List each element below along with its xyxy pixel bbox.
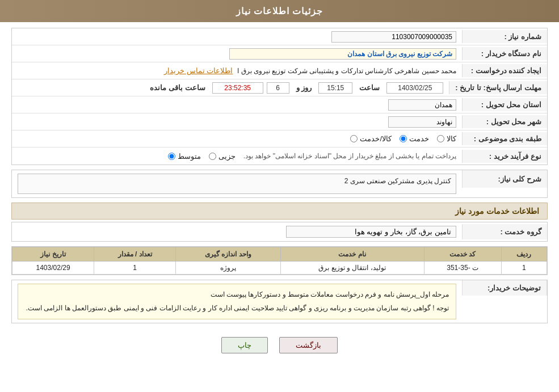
khadamat-table: ردیف کد خدمت نام خدمت واحد اندازه گیری ت… [12,247,547,275]
print-button[interactable]: چاپ [221,337,268,353]
col-radif: ردیف [501,247,547,262]
page-title: جزئیات اطلاعات نیاز [236,6,323,16]
tabaqe-row: طبقه بندی موضوعی : کالا خدمت کالا/خدمت [12,130,547,147]
table-header-row: ردیف کد خدمت نام خدمت واحد اندازه گیری ت… [12,247,547,262]
back-button[interactable]: بازگشت [279,337,338,353]
tawzih-text: مرحله اول_پرسش نامه و فرم درخواست معاملا… [18,284,456,319]
tabaqe-khadamat-item: خدمت [400,134,429,143]
ostan-value [12,97,462,113]
cell-tedad: 1 [94,262,176,275]
dastgah-row: نام دستگاه خریدار : [12,45,547,62]
tabaqe-kala-label: کالا [447,134,456,143]
ijad-konande-row: ایجاد کننده درخواست : اطلاعات تماس خریدا… [12,62,547,79]
col-vahed: واحد اندازه گیری [176,247,280,262]
sharh-koli-section: شرح کلی نیاز: کنترل پذیری مشترکین صنعتی … [11,170,548,198]
cell-vahed: پروژه [176,262,280,275]
col-tarikh: تاریخ نیاز [12,247,94,262]
cell-kod: ت -35-351 [424,262,501,275]
farayand-row: نوع فرآیند خرید : جزیی متوسط [12,147,547,165]
mande-label: ساعت باقی مانده [146,83,208,92]
rooz-label: روز و [293,83,316,92]
gorooh-label: گروه خدمت : [462,224,547,239]
col-tedad: تعداد / مقدار [94,247,176,262]
cell-tarikh: 1403/02/29 [12,262,94,275]
tarikh-rooz: 6 [267,82,289,94]
ijad-konande-label: ایجاد کننده درخواست : [462,64,547,77]
sharh-koli-label: شرح کلی نیاز: [462,170,547,188]
farayand-motovaset-label: متوسط [178,152,201,161]
tawzih-line2: توجه ! گواهی رتبه سازمان مدیریت و برنامه… [25,302,449,314]
farayand-jozi-radio[interactable] [209,153,216,160]
tabaqe-kala-item: کالا [437,134,456,143]
tawzih-label: توضیحات خریدار: [462,280,547,296]
cell-radif: 1 [501,262,547,275]
khadamat-table-section: ردیف کد خدمت نام خدمت واحد اندازه گیری ت… [11,246,548,275]
ijad-konande-link[interactable]: اطلاعات تماس خریدار [164,66,233,75]
farayand-motovaset-item: متوسط [168,152,201,161]
sharh-koli-text: کنترل پذیری مشترکین صنعتی سری 2 [18,174,456,194]
dastgah-label: نام دستگاه خریدار : [462,47,547,60]
tarikh-saat: 15:15 [318,82,352,94]
ostan-row: استان محل تحویل : [12,96,547,113]
cell-name: تولید، انتقال و توزیع برق [280,262,424,275]
tabaqe-label: طبقه بندی موضوعی : [462,132,547,145]
ostan-input[interactable] [388,99,456,111]
shomara-niaz-input[interactable] [331,31,456,43]
shahr-input[interactable] [388,116,456,128]
dastgah-input[interactable] [229,48,456,60]
mohlet-value: 1403/02/25 ساعت 15:15 روز و 6 23:52:35 س… [12,80,449,96]
shahr-row: شهر محل تحویل : [12,113,547,130]
tawzih-value: مرحله اول_پرسش نامه و فرم درخواست معاملا… [12,280,462,323]
shomara-niaz-row: شماره نیاز : [12,28,547,45]
ijad-konande-text: محمد حسین شاهرخی کارشناس تدارکات و پشتیب… [237,67,456,75]
tawzih-line1: مرحله اول_پرسش نامه و فرم درخواست معاملا… [25,289,449,300]
ijad-konande-value: اطلاعات تماس خریدار محمد حسین شاهرخی کار… [12,64,462,77]
mohlet-label: مهلت ارسال پاسخ: تا تاریخ : [449,81,547,94]
shahr-value [12,114,462,130]
shahr-label: شهر محل تحویل : [462,115,547,128]
farayand-jozi-label: جزیی [218,152,236,161]
main-info-section: شماره نیاز : نام دستگاه خریدار : ایجاد ک… [11,28,548,165]
tabaqe-kala-khadamat-radio[interactable] [350,135,358,142]
tawzih-section: توضیحات خریدار: مرحله اول_پرسش نامه و فر… [11,280,548,323]
saat-label: ساعت [356,83,383,92]
gorooh-input[interactable] [286,226,456,238]
tabaqe-kala-khadamat-item: کالا/خدمت [350,134,392,143]
shomara-niaz-value [12,29,462,45]
tabaqe-value: کالا خدمت کالا/خدمت [12,132,462,145]
button-row: بازگشت چاپ [11,329,548,359]
shomara-niaz-label: شماره نیاز : [462,30,547,43]
farayand-label: نوع فرآیند خرید : [462,150,547,163]
col-kod: کد خدمت [424,247,501,262]
tabaqe-khadamat-label: خدمت [409,134,429,143]
tabaqe-kala-khadamat-label: کالا/خدمت [360,134,392,143]
gorooh-value [12,222,462,241]
table-row: 1 ت -35-351 تولید، انتقال و توزیع برق پر… [12,262,547,275]
farayand-motovaset-radio[interactable] [168,153,175,160]
farayand-note: پرداخت تمام یا بخشی از مبلغ خریدار از مح… [243,152,456,160]
tarikh-date: 1403/02/25 [386,82,443,94]
dastgah-value [12,46,462,62]
gorooh-khadamat-section: گروه خدمت : [11,222,548,242]
farayand-jozi-item: جزیی [209,152,236,161]
khadamat-section-header: اطلاعات خدمات مورد نیاز [11,203,548,220]
tarikh-mande: 23:52:35 [212,82,263,94]
sharh-koli-value: کنترل پذیری مشترکین صنعتی سری 2 [12,170,462,197]
farayand-value: جزیی متوسط پرداخت تمام یا بخشی از مبلغ خ… [12,150,462,163]
ostan-label: استان محل تحویل : [462,98,547,111]
tabaqe-khadamat-radio[interactable] [400,135,407,142]
page-header: جزئیات اطلاعات نیاز [0,0,559,22]
tabaqe-kala-radio[interactable] [437,135,444,142]
mohlet-row: مهلت ارسال پاسخ: تا تاریخ : 1403/02/25 س… [12,79,547,96]
col-name: نام خدمت [280,247,424,262]
